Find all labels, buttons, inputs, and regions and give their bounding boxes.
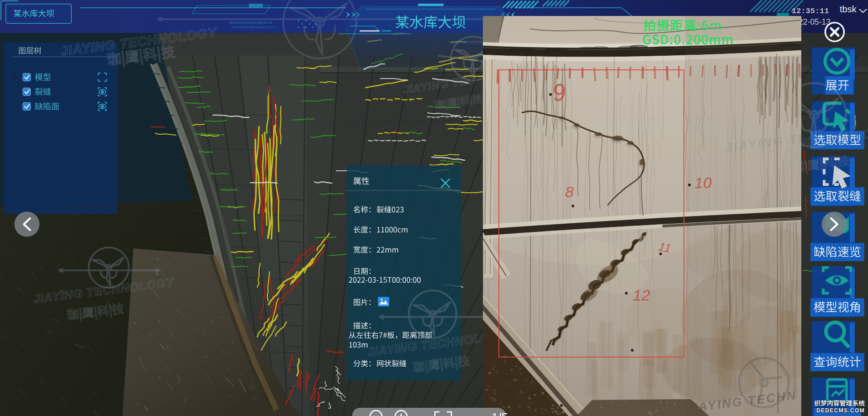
- svg-text:1/5: 1/5: [492, 411, 508, 416]
